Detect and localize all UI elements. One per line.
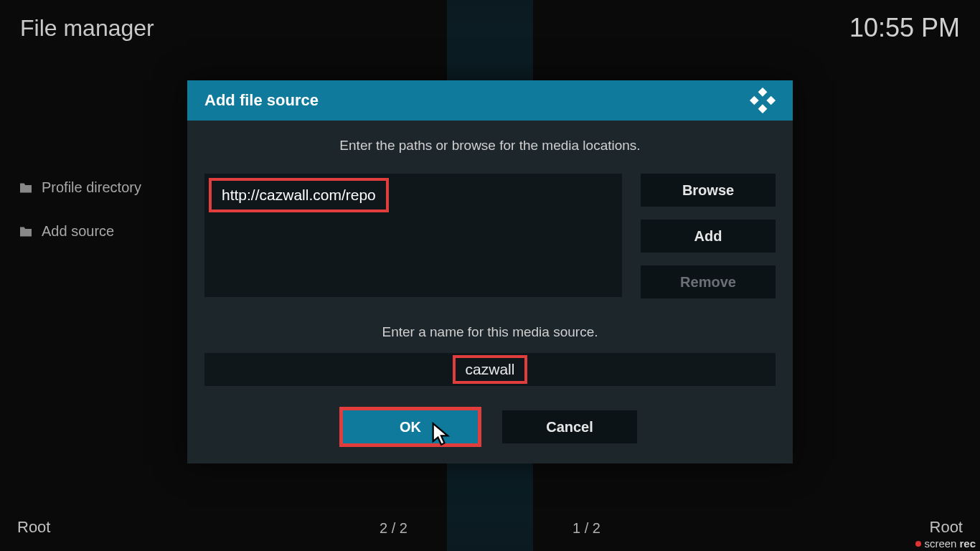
list-item[interactable]: Add source: [13, 216, 178, 247]
browse-button[interactable]: Browse: [641, 174, 776, 207]
ok-button[interactable]: OK: [343, 410, 478, 443]
folder-icon: [19, 226, 33, 237]
svg-rect-2: [766, 96, 776, 105]
paths-instruction: Enter the paths or browse for the media …: [204, 138, 776, 154]
list-item-label: Add source: [42, 223, 114, 240]
folder-icon: [19, 182, 33, 194]
name-instruction: Enter a name for this media source.: [204, 324, 776, 340]
left-root-label: Root: [17, 518, 50, 537]
dialog-title: Add file source: [204, 91, 319, 110]
screenrec-text-heavy: rec: [959, 537, 976, 550]
source-name-value: cazwall: [453, 355, 528, 384]
screenrec-watermark: screenrec: [915, 537, 976, 550]
dialog-title-bar: Add file source: [187, 80, 793, 121]
cancel-button[interactable]: Cancel: [502, 410, 637, 443]
right-root-label: Root: [930, 518, 963, 537]
source-name-input[interactable]: cazwall: [204, 353, 776, 386]
path-input[interactable]: http://cazwall.com/repo: [209, 178, 389, 212]
svg-rect-0: [758, 88, 768, 97]
kodi-logo-icon: [750, 88, 776, 113]
svg-rect-1: [750, 96, 759, 105]
paths-list[interactable]: http://cazwall.com/repo: [204, 174, 622, 297]
list-item-label: Profile directory: [42, 179, 141, 196]
remove-button: Remove: [641, 265, 776, 298]
add-button[interactable]: Add: [641, 220, 776, 253]
svg-rect-3: [758, 104, 768, 113]
file-list-left: Profile directory Add source: [13, 172, 178, 260]
list-item[interactable]: Profile directory: [13, 172, 178, 203]
record-dot-icon: [915, 541, 921, 547]
clock: 10:55 PM: [849, 13, 960, 43]
add-file-source-dialog: Add file source Enter the paths or brows…: [187, 80, 793, 463]
page-title: File manager: [20, 15, 154, 42]
screenrec-text-light: screen: [924, 537, 956, 550]
